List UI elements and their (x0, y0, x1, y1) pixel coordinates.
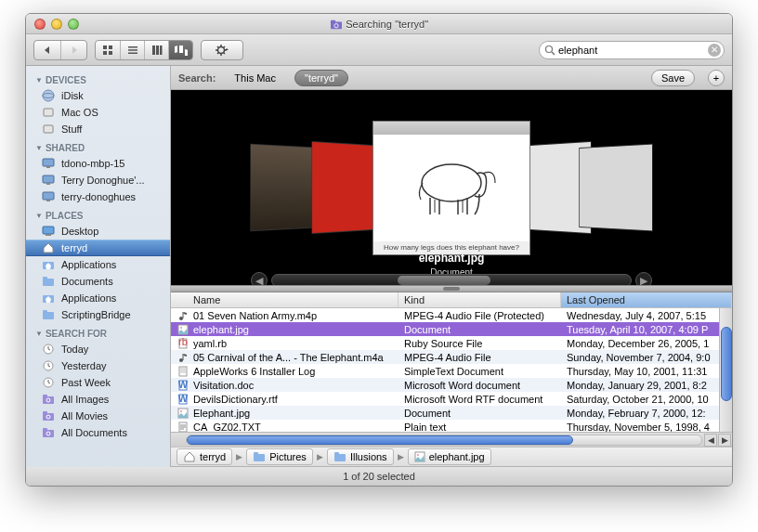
sidebar-item[interactable]: Yesterday (26, 357, 170, 374)
svg-point-16 (218, 46, 225, 53)
scroll-right-button[interactable]: ▶ (718, 434, 731, 447)
horizontal-scrollbar[interactable]: ◀ ▶ (171, 432, 732, 447)
path-item[interactable]: terryd (176, 448, 232, 465)
scope-current-folder[interactable]: "terryd" (294, 70, 348, 86)
sidebar-section-header[interactable]: ▼DEVICES (26, 70, 170, 87)
close-button[interactable] (34, 19, 46, 30)
audio-icon (176, 310, 190, 321)
table-row[interactable]: CA_GZ02.TXTPlain textThursday, November … (171, 420, 732, 432)
sidebar-item[interactable]: Terry Donoghue'... (26, 172, 170, 188)
table-row[interactable]: elephant.jpgDocumentTuesday, April 10, 2… (171, 322, 732, 336)
sidebar-item[interactable]: Past Week (26, 374, 170, 391)
svg-point-27 (43, 90, 54, 101)
doc-icon (176, 366, 190, 377)
path-item[interactable]: elephant.jpg (408, 448, 491, 465)
sidebar-item[interactable]: ScriptingBridge (26, 306, 170, 323)
sidebar-item[interactable]: terryd (26, 240, 170, 256)
smart-icon (41, 409, 56, 422)
smart-icon (41, 393, 56, 406)
sidebar-item[interactable]: tdono-mbp-15 (26, 155, 170, 172)
file-name: Visitation.doc (193, 380, 254, 391)
sidebar-item[interactable]: Today (26, 341, 170, 357)
table-row[interactable]: 05 Carnival of the A... - The Elephant.m… (171, 350, 732, 364)
coverflow-next-button[interactable]: ▶ (635, 272, 652, 285)
column-view-button[interactable] (144, 41, 168, 59)
icon-view-button[interactable] (96, 41, 120, 59)
scroll-left-button[interactable]: ◀ (704, 434, 717, 447)
sidebar-section-header[interactable]: ▼SEARCH FOR (26, 323, 170, 341)
sidebar-item[interactable]: Mac OS (26, 104, 170, 121)
sidebar-section-header[interactable]: ▼PLACES (26, 205, 170, 223)
list-view-button[interactable] (120, 41, 144, 59)
table-row[interactable]: AppleWorks 6 Installer LogSimpleText Doc… (171, 364, 732, 378)
file-kind: MPEG-4 Audio File (399, 352, 561, 363)
zoom-button[interactable] (68, 19, 79, 30)
svg-rect-77 (183, 354, 184, 360)
coverflow-center-item[interactable]: How many legs does this elephant have? (372, 121, 530, 255)
search-input[interactable] (558, 45, 707, 56)
sidebar-section-header[interactable]: ▼SHARED (26, 137, 170, 155)
sidebar-item[interactable]: Documents (26, 273, 170, 290)
path-item[interactable]: Pictures (246, 448, 313, 465)
column-name[interactable]: Name (171, 292, 399, 307)
view-buttons (95, 40, 193, 60)
coverflow-area[interactable]: How many legs does this elephant have? e… (171, 90, 732, 285)
horizontal-scroll-thumb[interactable] (187, 435, 573, 445)
window-title: Searching "terryd" (26, 18, 732, 31)
coverflow-view-button[interactable] (168, 41, 192, 59)
action-menu[interactable] (201, 40, 243, 60)
sidebar-item-label: ScriptingBridge (61, 309, 131, 320)
save-search-button[interactable]: Save (651, 70, 695, 86)
file-name: DevilsDictionary.rtf (193, 394, 278, 405)
table-row[interactable]: Elephant.jpgDocumentMonday, February 7, … (171, 406, 732, 420)
coverflow-thumb[interactable] (398, 276, 490, 285)
sidebar-item[interactable]: terry-donoghues (26, 188, 170, 205)
sidebar-item[interactable]: All Movies (26, 408, 170, 424)
file-last-opened: Sunday, November 7, 2004, 9:0 (561, 352, 732, 363)
add-criteria-button[interactable]: + (708, 70, 725, 86)
sidebar-item[interactable]: Applications (26, 256, 170, 273)
svg-rect-71 (183, 312, 184, 318)
folder-icon (41, 308, 56, 321)
sidebar-item[interactable]: iDisk (26, 87, 170, 104)
path-item[interactable]: Illusions (327, 448, 394, 465)
scope-this-mac[interactable]: This Mac (225, 71, 285, 85)
svg-point-25 (546, 45, 553, 52)
forward-button[interactable] (60, 41, 86, 59)
sidebar-item[interactable]: All Images (26, 391, 170, 408)
back-button[interactable] (34, 41, 60, 59)
sidebar-item[interactable]: Applications (26, 290, 170, 306)
sidebar-item[interactable]: Stuff (26, 121, 170, 137)
sidebar-item[interactable]: Desktop (26, 223, 170, 240)
svg-point-76 (179, 358, 183, 362)
coverflow-track[interactable] (271, 274, 632, 285)
table-row[interactable]: WDevilsDictionary.rtfMicrosoft Word RTF … (171, 392, 732, 406)
coverflow-item[interactable] (579, 144, 652, 232)
file-list[interactable]: 01 Seven Nation Army.m4pMPEG-4 Audio Fil… (171, 308, 732, 432)
coverflow-prev-button[interactable]: ◀ (251, 272, 268, 285)
table-row[interactable]: 01 Seven Nation Army.m4pMPEG-4 Audio Fil… (171, 308, 732, 322)
sidebar-item[interactable]: All Documents (26, 424, 170, 441)
search-icon (544, 45, 555, 56)
svg-rect-12 (160, 45, 163, 55)
file-last-opened: Monday, January 29, 2001, 8:2 (561, 380, 732, 391)
clear-search-button[interactable]: ✕ (708, 44, 721, 57)
column-kind[interactable]: Kind (399, 292, 561, 307)
table-row[interactable]: rbyaml.rbRuby Source FileMonday, Decembe… (171, 336, 732, 350)
minimize-button[interactable] (51, 19, 62, 30)
txt-icon (176, 422, 190, 433)
split-divider[interactable] (171, 285, 732, 292)
search-field[interactable]: ✕ (539, 41, 725, 59)
vertical-scroll-thumb[interactable] (721, 327, 732, 401)
svg-rect-41 (43, 277, 47, 279)
table-row[interactable]: WVisitation.docMicrosoft Word documentMo… (171, 378, 732, 392)
coverflow-scrollbar[interactable]: ◀ ▶ (247, 270, 656, 285)
hdd-icon (41, 106, 56, 119)
column-last-opened[interactable]: Last Opened (561, 292, 732, 307)
smart-folder-icon (330, 19, 343, 30)
titlebar[interactable]: Searching "terryd" (26, 14, 732, 34)
resize-handle[interactable] (719, 473, 730, 484)
word-icon: W (176, 380, 190, 391)
apps-icon (41, 292, 56, 305)
vertical-scrollbar[interactable] (719, 308, 732, 432)
